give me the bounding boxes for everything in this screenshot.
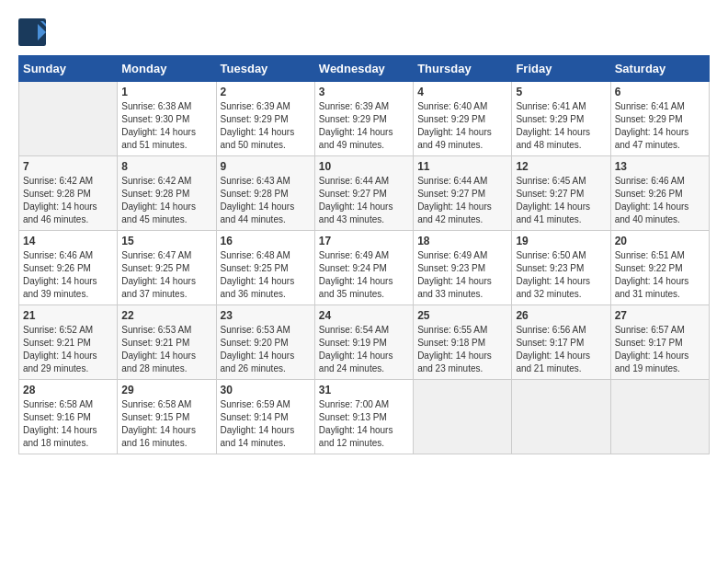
calendar-day-cell: 31 Sunrise: 7:00 AMSunset: 9:13 PMDaylig… [314, 380, 413, 454]
day-info: Sunrise: 6:53 AMSunset: 9:21 PMDaylight:… [121, 325, 196, 373]
calendar-week-row: 28 Sunrise: 6:58 AMSunset: 9:16 PMDaylig… [19, 380, 710, 454]
day-info: Sunrise: 6:49 AMSunset: 9:23 PMDaylight:… [417, 250, 492, 299]
day-info: Sunrise: 6:46 AMSunset: 9:26 PMDaylight:… [615, 176, 689, 224]
day-number: 17 [319, 235, 409, 247]
day-info: Sunrise: 6:42 AMSunset: 9:28 PMDaylight:… [23, 176, 97, 224]
day-number: 9 [221, 160, 311, 173]
calendar-day-cell: 16 Sunrise: 6:48 AMSunset: 9:25 PMDaylig… [216, 231, 314, 305]
day-number: 26 [516, 309, 606, 322]
calendar-day-cell: 14 Sunrise: 6:46 AMSunset: 9:26 PMDaylig… [19, 231, 118, 305]
calendar-day-cell: 23 Sunrise: 6:53 AMSunset: 9:20 PMDaylig… [216, 305, 314, 380]
day-number: 30 [221, 384, 311, 396]
logo-icon [18, 18, 46, 46]
day-number: 19 [516, 235, 606, 247]
day-number: 3 [319, 86, 409, 98]
calendar-weekday-header: Wednesday [314, 56, 413, 82]
day-number: 12 [516, 160, 606, 173]
page-header [18, 18, 710, 46]
day-info: Sunrise: 6:52 AMSunset: 9:21 PMDaylight:… [23, 325, 97, 373]
calendar-weekday-header: Saturday [610, 56, 709, 82]
day-number: 5 [516, 86, 606, 98]
calendar-day-cell: 3 Sunrise: 6:39 AMSunset: 9:29 PMDayligh… [314, 82, 413, 156]
day-info: Sunrise: 6:39 AMSunset: 9:29 PMDaylight:… [221, 101, 295, 150]
calendar-day-cell [610, 380, 709, 454]
calendar-day-cell: 6 Sunrise: 6:41 AMSunset: 9:29 PMDayligh… [610, 82, 709, 156]
day-number: 14 [23, 235, 113, 247]
day-info: Sunrise: 6:59 AMSunset: 9:14 PMDaylight:… [221, 399, 295, 448]
day-number: 11 [417, 160, 507, 173]
day-info: Sunrise: 6:44 AMSunset: 9:27 PMDaylight:… [319, 176, 393, 224]
day-number: 24 [319, 309, 409, 322]
day-info: Sunrise: 6:44 AMSunset: 9:27 PMDaylight:… [417, 176, 492, 224]
day-info: Sunrise: 6:58 AMSunset: 9:15 PMDaylight:… [121, 399, 196, 448]
day-info: Sunrise: 6:46 AMSunset: 9:26 PMDaylight:… [23, 250, 97, 299]
day-info: Sunrise: 6:48 AMSunset: 9:25 PMDaylight:… [221, 250, 295, 299]
calendar-day-cell: 8 Sunrise: 6:42 AMSunset: 9:28 PMDayligh… [118, 156, 216, 231]
day-info: Sunrise: 7:00 AMSunset: 9:13 PMDaylight:… [319, 399, 393, 448]
calendar-body: 1 Sunrise: 6:38 AMSunset: 9:30 PMDayligh… [19, 82, 710, 454]
calendar-day-cell: 12 Sunrise: 6:45 AMSunset: 9:27 PMDaylig… [512, 156, 610, 231]
calendar-day-cell: 29 Sunrise: 6:58 AMSunset: 9:15 PMDaylig… [118, 380, 216, 454]
day-number: 7 [23, 160, 113, 173]
day-number: 4 [417, 86, 507, 98]
calendar-day-cell: 19 Sunrise: 6:50 AMSunset: 9:23 PMDaylig… [512, 231, 610, 305]
day-info: Sunrise: 6:40 AMSunset: 9:29 PMDaylight:… [417, 101, 492, 150]
calendar-day-cell: 27 Sunrise: 6:57 AMSunset: 9:17 PMDaylig… [610, 305, 709, 380]
calendar-day-cell: 4 Sunrise: 6:40 AMSunset: 9:29 PMDayligh… [414, 82, 512, 156]
day-info: Sunrise: 6:53 AMSunset: 9:20 PMDaylight:… [221, 325, 295, 373]
day-info: Sunrise: 6:39 AMSunset: 9:29 PMDaylight:… [319, 101, 393, 150]
day-info: Sunrise: 6:47 AMSunset: 9:25 PMDaylight:… [121, 250, 196, 299]
calendar-day-cell [414, 380, 512, 454]
day-info: Sunrise: 6:58 AMSunset: 9:16 PMDaylight:… [23, 399, 97, 448]
calendar-day-cell: 24 Sunrise: 6:54 AMSunset: 9:19 PMDaylig… [314, 305, 413, 380]
day-number: 1 [121, 86, 211, 98]
calendar-day-cell: 11 Sunrise: 6:44 AMSunset: 9:27 PMDaylig… [414, 156, 512, 231]
day-info: Sunrise: 6:49 AMSunset: 9:24 PMDaylight:… [319, 250, 393, 299]
calendar-weekday-header: Monday [118, 56, 216, 82]
day-number: 25 [417, 309, 507, 322]
day-info: Sunrise: 6:55 AMSunset: 9:18 PMDaylight:… [417, 325, 492, 373]
calendar-day-cell: 18 Sunrise: 6:49 AMSunset: 9:23 PMDaylig… [414, 231, 512, 305]
calendar-day-cell: 22 Sunrise: 6:53 AMSunset: 9:21 PMDaylig… [118, 305, 216, 380]
day-number: 28 [23, 384, 113, 396]
day-number: 8 [121, 160, 211, 173]
day-info: Sunrise: 6:51 AMSunset: 9:22 PMDaylight:… [615, 250, 689, 299]
day-info: Sunrise: 6:45 AMSunset: 9:27 PMDaylight:… [516, 176, 590, 224]
day-info: Sunrise: 6:57 AMSunset: 9:17 PMDaylight:… [615, 325, 689, 373]
day-number: 16 [221, 235, 311, 247]
calendar-day-cell: 20 Sunrise: 6:51 AMSunset: 9:22 PMDaylig… [610, 231, 709, 305]
calendar-weekday-header: Sunday [19, 56, 118, 82]
day-info: Sunrise: 6:50 AMSunset: 9:23 PMDaylight:… [516, 250, 590, 299]
calendar-week-row: 1 Sunrise: 6:38 AMSunset: 9:30 PMDayligh… [19, 82, 710, 156]
calendar-day-cell: 21 Sunrise: 6:52 AMSunset: 9:21 PMDaylig… [19, 305, 118, 380]
calendar-week-row: 14 Sunrise: 6:46 AMSunset: 9:26 PMDaylig… [19, 231, 710, 305]
calendar-day-cell: 7 Sunrise: 6:42 AMSunset: 9:28 PMDayligh… [19, 156, 118, 231]
calendar-weekday-header: Friday [512, 56, 610, 82]
calendar-day-cell: 1 Sunrise: 6:38 AMSunset: 9:30 PMDayligh… [118, 82, 216, 156]
calendar-day-cell [19, 82, 118, 156]
calendar-day-cell: 25 Sunrise: 6:55 AMSunset: 9:18 PMDaylig… [414, 305, 512, 380]
calendar-day-cell: 13 Sunrise: 6:46 AMSunset: 9:26 PMDaylig… [610, 156, 709, 231]
calendar-day-cell: 26 Sunrise: 6:56 AMSunset: 9:17 PMDaylig… [512, 305, 610, 380]
day-number: 31 [319, 384, 409, 396]
day-info: Sunrise: 6:41 AMSunset: 9:29 PMDaylight:… [615, 101, 689, 150]
day-number: 23 [221, 309, 311, 322]
day-info: Sunrise: 6:42 AMSunset: 9:28 PMDaylight:… [121, 176, 196, 224]
calendar-day-cell: 5 Sunrise: 6:41 AMSunset: 9:29 PMDayligh… [512, 82, 610, 156]
day-info: Sunrise: 6:43 AMSunset: 9:28 PMDaylight:… [221, 176, 295, 224]
day-info: Sunrise: 6:54 AMSunset: 9:19 PMDaylight:… [319, 325, 393, 373]
calendar-week-row: 21 Sunrise: 6:52 AMSunset: 9:21 PMDaylig… [19, 305, 710, 380]
calendar-day-cell: 17 Sunrise: 6:49 AMSunset: 9:24 PMDaylig… [314, 231, 413, 305]
calendar-week-row: 7 Sunrise: 6:42 AMSunset: 9:28 PMDayligh… [19, 156, 710, 231]
calendar-header-row: SundayMondayTuesdayWednesdayThursdayFrid… [19, 56, 710, 82]
calendar-weekday-header: Tuesday [216, 56, 314, 82]
day-info: Sunrise: 6:56 AMSunset: 9:17 PMDaylight:… [516, 325, 590, 373]
day-number: 15 [121, 235, 211, 247]
calendar-day-cell [512, 380, 610, 454]
calendar-table: SundayMondayTuesdayWednesdayThursdayFrid… [18, 55, 710, 454]
day-number: 2 [221, 86, 311, 98]
day-number: 18 [417, 235, 507, 247]
day-number: 13 [615, 160, 705, 173]
day-number: 27 [615, 309, 705, 322]
day-info: Sunrise: 6:41 AMSunset: 9:29 PMDaylight:… [516, 101, 590, 150]
